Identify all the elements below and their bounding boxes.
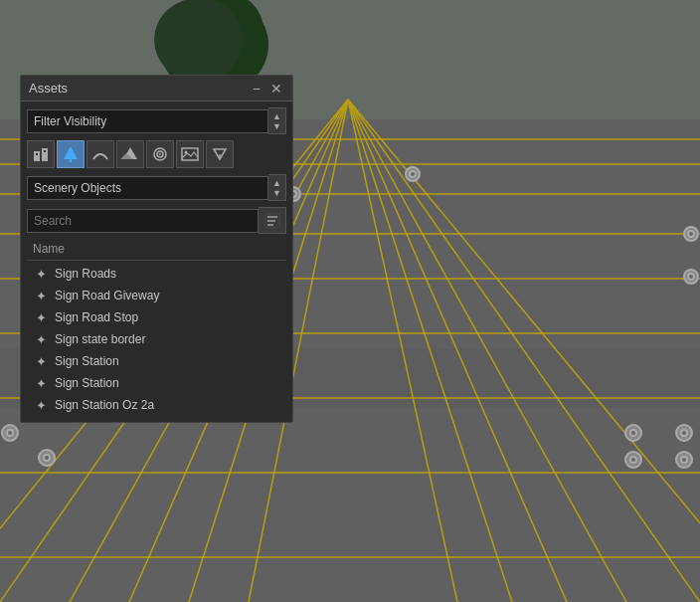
svg-rect-65 [267,220,275,222]
filter-row: Filter Visibility ▲▼ [27,107,286,134]
svg-rect-50 [36,153,38,155]
panel-titlebar: Assets − ✕ [21,76,292,101]
svg-point-33 [688,231,694,237]
asset-list: ✦ Sign Roads ✦ Sign Road Giveway ✦ Sign … [27,263,286,416]
panel-title: Assets [29,81,68,96]
svg-point-35 [688,274,694,280]
list-item[interactable]: ✦ Sign Station [27,350,286,372]
list-item[interactable]: ✦ Sign Road Stop [27,306,286,328]
mountain-icon[interactable] [116,140,144,168]
image-icon[interactable] [176,140,204,168]
tree-icon[interactable] [57,140,85,168]
item-icon: ✦ [33,309,49,325]
filter-select[interactable]: Filter Visibility [27,109,268,133]
item-icon: ✦ [33,331,49,347]
item-icon: ✦ [33,353,49,369]
category-arrows[interactable]: ▲▼ [268,174,286,201]
item-label: Sign state border [55,332,145,346]
item-label: Sign Station [55,376,119,390]
item-icon: ✦ [33,266,49,282]
search-button[interactable] [259,207,286,234]
close-button[interactable]: ✕ [268,82,284,96]
minimize-button[interactable]: − [251,82,262,96]
item-icon: ✦ [33,397,49,413]
name-column-header: Name [33,242,65,256]
svg-marker-52 [64,146,78,159]
svg-rect-53 [70,159,72,162]
filter-arrows[interactable]: ▲▼ [268,107,286,134]
assets-panel: Assets − ✕ Filter Visibility ▲▼ [20,75,293,423]
svg-point-39 [44,455,50,461]
item-label: Sign Road Giveway [55,289,159,302]
item-label: Sign Roads [55,267,116,281]
list-item[interactable]: ✦ Sign state border [27,328,286,350]
svg-point-43 [681,430,687,436]
svg-rect-49 [42,148,48,161]
search-row [27,207,286,234]
search-input[interactable] [27,209,259,233]
titlebar-buttons: − ✕ [251,82,284,96]
svg-point-26 [154,0,244,82]
svg-point-37 [7,430,13,436]
icon-toolbar [27,140,286,168]
list-item[interactable]: ✦ Sign Roads [27,263,286,285]
category-row: Scenery Objects ▲▼ [27,174,286,201]
panel-body: Filter Visibility ▲▼ [21,101,292,422]
svg-point-45 [630,457,636,463]
category-select[interactable]: Scenery Objects [27,176,268,200]
item-icon: ✦ [33,288,49,303]
svg-rect-51 [44,150,46,152]
list-item[interactable]: ✦ Sign Station [27,372,286,394]
svg-point-58 [159,153,161,155]
svg-rect-64 [267,216,277,218]
item-label: Sign Station [55,354,119,368]
target-icon[interactable] [146,140,174,168]
svg-point-31 [410,171,416,177]
item-label: Sign Station Oz 2a [55,398,154,412]
svg-rect-66 [267,224,273,226]
road-icon[interactable] [87,140,114,168]
item-label: Sign Road Stop [55,310,138,324]
list-header: Name [27,240,286,261]
buildings-icon[interactable] [27,140,55,168]
svg-point-41 [630,430,636,436]
item-icon: ✦ [33,375,49,391]
list-item[interactable]: ✦ Sign Station Oz 2a [27,394,286,416]
list-item[interactable]: ✦ Sign Road Giveway [27,285,286,306]
svg-rect-48 [34,151,40,161]
svg-point-47 [681,457,687,463]
filter-icon[interactable] [206,140,234,168]
